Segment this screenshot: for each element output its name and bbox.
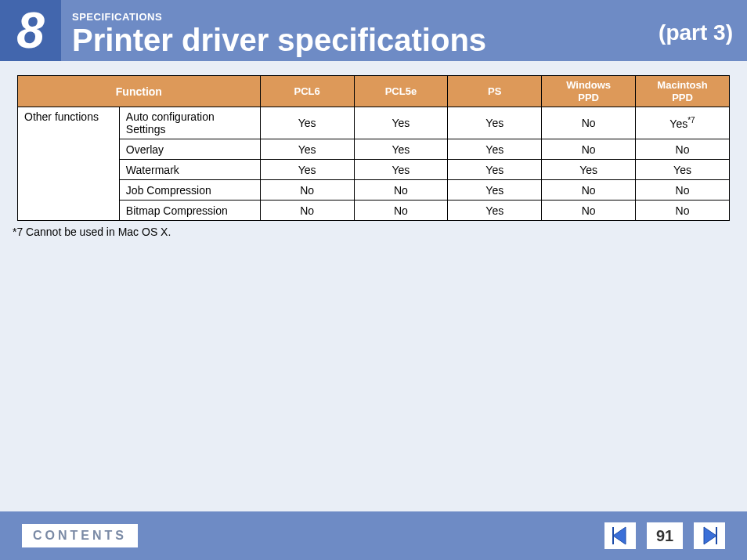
table-row: Overlay Yes Yes Yes No No bbox=[18, 139, 730, 160]
value-cell: Yes bbox=[448, 201, 542, 221]
value-cell: Yes bbox=[448, 139, 542, 160]
th-ps: PS bbox=[448, 76, 542, 107]
value-cell: Yes bbox=[448, 180, 542, 201]
page-header: 8 SPECIFICATIONS Printer driver specific… bbox=[0, 0, 747, 61]
value-cell: No bbox=[260, 201, 354, 221]
value-cell: Yes bbox=[354, 139, 448, 160]
value-cell: Yes bbox=[636, 160, 730, 180]
spec-table: Function PCL6 PCL5e PS WindowsPPD Macint… bbox=[17, 75, 730, 221]
svg-marker-0 bbox=[613, 527, 626, 544]
table-row: Bitmap Compression No No Yes No No bbox=[18, 201, 730, 221]
content-area: Function PCL6 PCL5e PS WindowsPPD Macint… bbox=[0, 61, 747, 238]
value-cell: Yes bbox=[354, 160, 448, 180]
th-windows-ppd: WindowsPPD bbox=[542, 76, 636, 107]
footnote: *7 Cannot be used in Mac OS X. bbox=[13, 226, 730, 238]
chapter-number: 8 bbox=[0, 0, 61, 61]
arrow-left-icon bbox=[610, 526, 630, 546]
value-cell: No bbox=[260, 180, 354, 201]
header-text-block: SPECIFICATIONS Printer driver specificat… bbox=[61, 0, 747, 61]
value-cell: Yes bbox=[542, 160, 636, 180]
value-cell: Yes*7 bbox=[636, 107, 730, 139]
category-cell: Other functions bbox=[18, 107, 120, 221]
value-cell: Yes bbox=[448, 160, 542, 180]
value-cell: Yes bbox=[260, 139, 354, 160]
sub-cell: Auto configuration Settings bbox=[119, 107, 260, 139]
next-page-button[interactable] bbox=[694, 522, 725, 549]
value-cell: No bbox=[636, 201, 730, 221]
page-number: 91 bbox=[647, 522, 683, 549]
svg-marker-2 bbox=[704, 527, 716, 544]
value-cell: Yes bbox=[260, 107, 354, 139]
sub-cell: Watermark bbox=[119, 160, 260, 180]
section-label: SPECIFICATIONS bbox=[72, 11, 747, 23]
value-cell: No bbox=[542, 180, 636, 201]
value-cell: No bbox=[636, 139, 730, 160]
sub-cell: Job Compression bbox=[119, 180, 260, 201]
footer-nav: 91 bbox=[604, 522, 725, 549]
prev-page-button[interactable] bbox=[604, 522, 636, 549]
th-pcl6: PCL6 bbox=[260, 76, 354, 107]
value-cell: No bbox=[636, 180, 730, 201]
value-cell: Yes bbox=[448, 107, 542, 139]
value-cell: No bbox=[354, 180, 448, 201]
part-label: (part 3) bbox=[659, 20, 733, 45]
table-row: Watermark Yes Yes Yes Yes Yes bbox=[18, 160, 730, 180]
value-cell: Yes bbox=[354, 107, 448, 139]
th-mac-ppd: MacintoshPPD bbox=[636, 76, 730, 107]
arrow-right-icon bbox=[699, 526, 720, 546]
value-cell: No bbox=[542, 107, 636, 139]
sub-cell: Overlay bbox=[119, 139, 260, 160]
value-cell: No bbox=[542, 201, 636, 221]
value-cell: No bbox=[542, 139, 636, 160]
page-footer: CONTENTS 91 bbox=[0, 511, 747, 560]
page-title: Printer driver specifications bbox=[72, 24, 747, 56]
th-pcl5e: PCL5e bbox=[354, 76, 448, 107]
table-row: Other functions Auto configuration Setti… bbox=[18, 107, 730, 139]
contents-button[interactable]: CONTENTS bbox=[22, 524, 138, 547]
value-cell: Yes bbox=[260, 160, 354, 180]
table-row: Job Compression No No Yes No No bbox=[18, 180, 730, 201]
sub-cell: Bitmap Compression bbox=[119, 201, 260, 221]
value-cell: No bbox=[354, 201, 448, 221]
th-function: Function bbox=[18, 76, 261, 107]
